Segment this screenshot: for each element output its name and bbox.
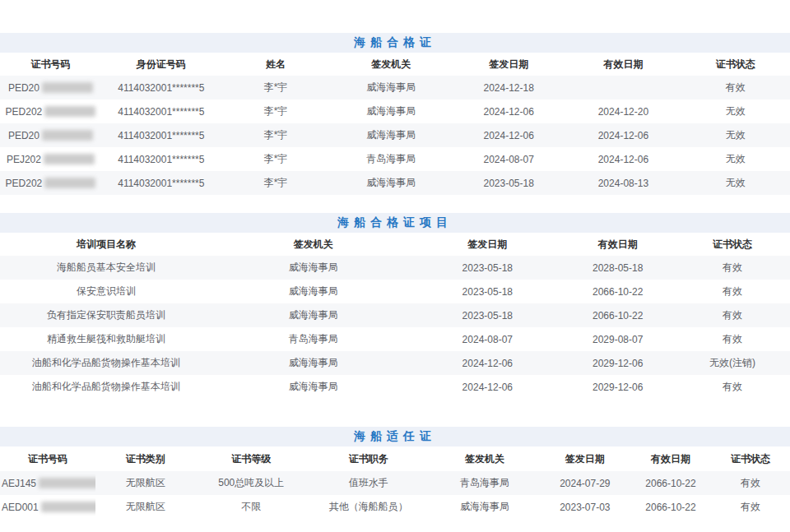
- column-header: 证书号码: [0, 446, 95, 471]
- cell-text: 2066-10-22: [592, 310, 643, 322]
- table-cell: 2024-08-07: [414, 327, 561, 351]
- cell-text: 2024-12-06: [484, 106, 534, 118]
- table-row: PED2024114032001*******5李*宇威海海事局2024-12-…: [0, 99, 790, 123]
- column-header: 签发日期: [414, 233, 561, 256]
- table-cell: 其他（海船船员）: [307, 495, 430, 519]
- table-cell: 威海海事局: [212, 256, 414, 280]
- table-cell: 李*宇: [221, 147, 330, 171]
- table-cell: 2024-12-06: [565, 123, 681, 147]
- table-cell: 2029-08-07: [561, 327, 675, 351]
- table-cell: 无效: [681, 171, 790, 195]
- redacted-text: [44, 178, 95, 188]
- cell-text: 4114032001*******5: [118, 178, 204, 189]
- cell-text: PEJ202: [7, 154, 41, 165]
- table-cell: 2024-12-06: [565, 147, 681, 171]
- table-row: 负有指定保安职责船员培训威海海事局2023-05-182066-10-22有效: [0, 303, 790, 327]
- cell-text: 有效: [741, 501, 760, 512]
- table-row: PED204114032001*******5李*宇威海海事局2024-12-0…: [0, 123, 790, 147]
- cell-text: 2024-12-06: [462, 358, 513, 369]
- cell-text: PED202: [6, 106, 43, 118]
- table-cell: 2023-05-18: [414, 280, 561, 303]
- table-cell: PED202: [0, 171, 101, 195]
- table-cell: 有效: [675, 280, 790, 303]
- table-cell: 海船船员基本安全培训: [0, 256, 212, 280]
- table-cell: 4114032001*******5: [101, 123, 221, 147]
- table-cell: 值班水手: [307, 471, 430, 495]
- table-row: AEJ145无限航区500总吨及以上值班水手青岛海事局2024-07-29206…: [0, 471, 790, 495]
- table-cell: 不限: [195, 495, 307, 519]
- cell-text: 有效: [741, 477, 760, 488]
- section-title-bar: 海船适任证: [0, 427, 790, 446]
- redacted-text: [39, 478, 95, 488]
- cell-text: 无效: [726, 129, 746, 141]
- redacted-text: [41, 502, 95, 512]
- column-header: 证书号码: [0, 53, 101, 76]
- column-header: 有效日期: [561, 233, 675, 256]
- table-cell: 4114032001*******5: [101, 171, 221, 195]
- cell-text: 威海海事局: [289, 261, 338, 273]
- table-cell: 威海海事局: [212, 351, 414, 375]
- cell-text: 有效: [723, 333, 742, 345]
- table-cell: 500总吨及以上: [195, 471, 307, 495]
- cell-text: 油船和化学品船货物操作基本培训: [32, 357, 180, 368]
- table-cell: 2028-05-18: [561, 256, 675, 280]
- column-header: 签发日期: [540, 446, 630, 471]
- cell-text: 李*宇: [264, 177, 288, 188]
- cell-text: 威海海事局: [366, 105, 416, 117]
- table-cell: 威海海事局: [430, 495, 539, 519]
- cell-text: 不限: [241, 501, 261, 512]
- section-competency-certificates: 海船适任证 证书号码证书类别证书等级证书职务签发机关签发日期有效日期证书状态AE…: [0, 427, 790, 519]
- table-cell: 无限航区: [95, 471, 195, 495]
- table-cell: 4114032001*******5: [101, 99, 221, 123]
- redacted-text: [42, 130, 93, 141]
- column-header: 姓名: [221, 53, 330, 76]
- cell-text: 精通救生艇筏和救助艇培训: [47, 333, 165, 345]
- table-cell: 2023-05-18: [452, 171, 565, 195]
- table-cell: AEJ145: [0, 471, 95, 495]
- cell-text: 2023-05-18: [462, 286, 513, 298]
- table-cell: 威海海事局: [330, 123, 452, 147]
- cell-text: AED001: [2, 502, 39, 513]
- cell-text: 2023-05-18: [462, 310, 513, 322]
- table-cell: 无效: [681, 99, 790, 123]
- table-cell: 李*宇: [221, 76, 330, 99]
- table-cell: 青岛海事局: [330, 147, 452, 171]
- column-header: 有效日期: [630, 446, 711, 471]
- cell-text: 青岛海事局: [289, 333, 338, 345]
- table-cell: 2029-12-06: [561, 351, 675, 375]
- table-cell: 无效: [681, 123, 790, 147]
- cell-text: 4114032001*******5: [118, 82, 204, 94]
- cell-text: 有效: [723, 381, 742, 392]
- cell-text: 海船船员基本安全培训: [57, 261, 156, 273]
- cell-text: 2029-08-07: [592, 334, 643, 345]
- cell-text: PED202: [6, 178, 43, 189]
- table-cell: 威海海事局: [330, 99, 452, 123]
- cell-text: 2029-12-06: [592, 358, 643, 369]
- cell-text: 500总吨及以上: [218, 477, 284, 488]
- cell-text: 2066-10-22: [645, 502, 695, 513]
- table-cell: 李*宇: [221, 99, 330, 123]
- table-cell: 4114032001*******5: [101, 76, 221, 99]
- table-cell: 威海海事局: [212, 280, 414, 303]
- cell-text: 4114032001*******5: [118, 130, 204, 141]
- cell-text: 值班水手: [349, 477, 388, 488]
- cell-text: 2024-08-07: [484, 154, 534, 165]
- cell-text: 有效: [726, 81, 746, 93]
- column-header: 签发机关: [212, 233, 414, 256]
- table-cell: 精通救生艇筏和救助艇培训: [0, 327, 212, 351]
- table-cell: 2024-08-13: [565, 171, 681, 195]
- table-row: 保安意识培训威海海事局2023-05-182066-10-22有效: [0, 280, 790, 303]
- table-cell: 威海海事局: [212, 375, 414, 399]
- cell-text: 2024-12-06: [598, 130, 648, 141]
- cell-text: 有效: [723, 309, 742, 321]
- table-cell: 威海海事局: [212, 303, 414, 327]
- table-cell: 李*宇: [221, 171, 330, 195]
- section-title-bar: 海船合格证: [0, 33, 790, 53]
- cell-text: 无限航区: [126, 477, 165, 488]
- table-cell: 2023-07-03: [540, 495, 630, 519]
- table-cell: PED20: [0, 123, 101, 147]
- table-cell: 无限航区: [95, 495, 195, 519]
- column-header: 身份证号码: [101, 53, 221, 76]
- cell-text: 李*宇: [264, 105, 288, 117]
- table-cell: 保安意识培训: [0, 280, 212, 303]
